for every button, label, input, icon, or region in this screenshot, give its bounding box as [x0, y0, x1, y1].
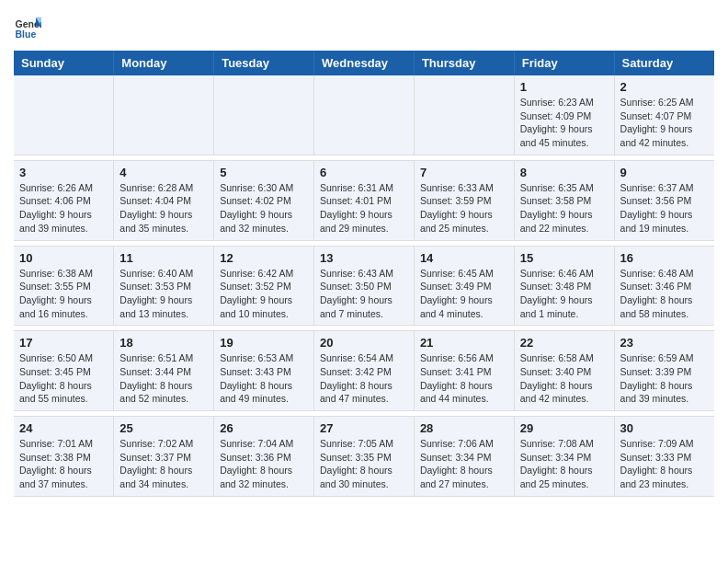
day-number: 15: [520, 251, 609, 265]
weekday-header-wednesday: Wednesday: [314, 51, 415, 75]
weekday-header-thursday: Thursday: [414, 51, 514, 75]
day-info: Sunrise: 6:30 AM Sunset: 4:02 PM Dayligh…: [220, 181, 308, 236]
weekday-header-friday: Friday: [514, 51, 614, 75]
day-number: 9: [620, 166, 709, 179]
day-info: Sunrise: 7:01 AM Sunset: 3:38 PM Dayligh…: [19, 437, 108, 491]
calendar-week-row: 17Sunrise: 6:50 AM Sunset: 3:45 PM Dayli…: [14, 331, 714, 411]
day-info: Sunrise: 6:46 AM Sunset: 3:48 PM Dayligh…: [520, 267, 609, 321]
day-number: 2: [620, 80, 709, 94]
day-info: Sunrise: 6:48 AM Sunset: 3:46 PM Dayligh…: [620, 267, 709, 321]
day-info: Sunrise: 7:05 AM Sunset: 3:35 PM Dayligh…: [320, 437, 408, 491]
calendar-table: SundayMondayTuesdayWednesdayThursdayFrid…: [14, 51, 714, 497]
day-number: 11: [119, 251, 208, 265]
calendar-cell: 13Sunrise: 6:43 AM Sunset: 3:50 PM Dayli…: [314, 246, 415, 326]
day-number: 25: [119, 421, 208, 435]
svg-text:Blue: Blue: [16, 29, 37, 40]
day-number: 27: [320, 421, 408, 435]
day-number: 12: [220, 251, 308, 265]
calendar-cell: [214, 75, 314, 155]
weekday-header-row: SundayMondayTuesdayWednesdayThursdayFrid…: [14, 51, 714, 75]
calendar-cell: 4Sunrise: 6:28 AM Sunset: 4:04 PM Daylig…: [114, 160, 214, 240]
day-number: 23: [620, 336, 709, 350]
calendar-cell: 30Sunrise: 7:09 AM Sunset: 3:33 PM Dayli…: [614, 417, 714, 497]
day-info: Sunrise: 6:23 AM Sunset: 4:09 PM Dayligh…: [520, 96, 609, 150]
calendar-cell: [414, 75, 514, 155]
day-info: Sunrise: 6:58 AM Sunset: 3:40 PM Dayligh…: [520, 351, 609, 406]
calendar-cell: 1Sunrise: 6:23 AM Sunset: 4:09 PM Daylig…: [514, 75, 614, 155]
calendar-cell: 28Sunrise: 7:06 AM Sunset: 3:34 PM Dayli…: [414, 417, 514, 497]
day-number: 22: [520, 336, 609, 350]
calendar-cell: 20Sunrise: 6:54 AM Sunset: 3:42 PM Dayli…: [314, 331, 415, 411]
calendar-cell: 24Sunrise: 7:01 AM Sunset: 3:38 PM Dayli…: [14, 417, 114, 497]
calendar-cell: 6Sunrise: 6:31 AM Sunset: 4:01 PM Daylig…: [314, 160, 415, 240]
calendar-cell: 14Sunrise: 6:45 AM Sunset: 3:49 PM Dayli…: [414, 246, 514, 326]
day-number: 4: [119, 166, 208, 179]
day-info: Sunrise: 6:33 AM Sunset: 3:59 PM Dayligh…: [420, 181, 508, 236]
day-number: 28: [420, 421, 508, 435]
day-info: Sunrise: 6:56 AM Sunset: 3:41 PM Dayligh…: [420, 351, 508, 406]
calendar-week-row: 1Sunrise: 6:23 AM Sunset: 4:09 PM Daylig…: [14, 75, 714, 155]
day-info: Sunrise: 6:42 AM Sunset: 3:52 PM Dayligh…: [220, 267, 308, 321]
calendar-week-row: 24Sunrise: 7:01 AM Sunset: 3:38 PM Dayli…: [14, 417, 714, 497]
day-info: Sunrise: 6:50 AM Sunset: 3:45 PM Dayligh…: [19, 351, 108, 406]
weekday-header-sunday: Sunday: [14, 51, 114, 75]
day-info: Sunrise: 7:02 AM Sunset: 3:37 PM Dayligh…: [119, 437, 208, 491]
calendar-cell: 29Sunrise: 7:08 AM Sunset: 3:34 PM Dayli…: [514, 417, 614, 497]
calendar-week-row: 3Sunrise: 6:26 AM Sunset: 4:06 PM Daylig…: [14, 160, 714, 240]
calendar-cell: 10Sunrise: 6:38 AM Sunset: 3:55 PM Dayli…: [14, 246, 114, 326]
day-number: 24: [19, 421, 108, 435]
calendar-cell: 15Sunrise: 6:46 AM Sunset: 3:48 PM Dayli…: [514, 246, 614, 326]
calendar-cell: 2Sunrise: 6:25 AM Sunset: 4:07 PM Daylig…: [614, 75, 714, 155]
calendar-cell: 21Sunrise: 6:56 AM Sunset: 3:41 PM Dayli…: [414, 331, 514, 411]
day-number: 6: [320, 166, 408, 179]
day-number: 13: [320, 251, 408, 265]
day-info: Sunrise: 7:04 AM Sunset: 3:36 PM Dayligh…: [220, 437, 308, 491]
calendar-week-row: 10Sunrise: 6:38 AM Sunset: 3:55 PM Dayli…: [14, 246, 714, 326]
day-info: Sunrise: 7:09 AM Sunset: 3:33 PM Dayligh…: [620, 437, 709, 491]
weekday-header-tuesday: Tuesday: [214, 51, 314, 75]
day-info: Sunrise: 6:38 AM Sunset: 3:55 PM Dayligh…: [19, 267, 108, 321]
logo-icon: General Blue: [14, 14, 41, 41]
day-info: Sunrise: 6:43 AM Sunset: 3:50 PM Dayligh…: [320, 267, 408, 321]
calendar-cell: 12Sunrise: 6:42 AM Sunset: 3:52 PM Dayli…: [214, 246, 314, 326]
day-info: Sunrise: 7:08 AM Sunset: 3:34 PM Dayligh…: [520, 437, 609, 491]
day-info: Sunrise: 7:06 AM Sunset: 3:34 PM Dayligh…: [420, 437, 508, 491]
calendar-cell: 9Sunrise: 6:37 AM Sunset: 3:56 PM Daylig…: [614, 160, 714, 240]
header: General Blue: [14, 9, 714, 41]
day-info: Sunrise: 6:25 AM Sunset: 4:07 PM Dayligh…: [620, 96, 709, 150]
day-number: 10: [19, 251, 108, 265]
calendar-cell: 18Sunrise: 6:51 AM Sunset: 3:44 PM Dayli…: [114, 331, 214, 411]
weekday-header-monday: Monday: [114, 51, 214, 75]
day-info: Sunrise: 6:37 AM Sunset: 3:56 PM Dayligh…: [620, 181, 709, 236]
page: General Blue SundayMondayTuesdayWednesda…: [0, 0, 728, 506]
day-number: 19: [220, 336, 308, 350]
day-number: 17: [19, 336, 108, 350]
calendar-cell: [314, 75, 415, 155]
calendar-cell: [114, 75, 214, 155]
calendar-cell: 26Sunrise: 7:04 AM Sunset: 3:36 PM Dayli…: [214, 417, 314, 497]
day-info: Sunrise: 6:45 AM Sunset: 3:49 PM Dayligh…: [420, 267, 508, 321]
day-number: 26: [220, 421, 308, 435]
day-info: Sunrise: 6:51 AM Sunset: 3:44 PM Dayligh…: [119, 351, 208, 406]
calendar-cell: 19Sunrise: 6:53 AM Sunset: 3:43 PM Dayli…: [214, 331, 314, 411]
day-number: 8: [520, 166, 609, 179]
day-number: 7: [420, 166, 508, 179]
day-info: Sunrise: 6:53 AM Sunset: 3:43 PM Dayligh…: [220, 351, 308, 406]
day-info: Sunrise: 6:28 AM Sunset: 4:04 PM Dayligh…: [119, 181, 208, 236]
calendar-cell: 5Sunrise: 6:30 AM Sunset: 4:02 PM Daylig…: [214, 160, 314, 240]
day-number: 3: [19, 166, 108, 179]
calendar-cell: 17Sunrise: 6:50 AM Sunset: 3:45 PM Dayli…: [14, 331, 114, 411]
calendar-cell: 27Sunrise: 7:05 AM Sunset: 3:35 PM Dayli…: [314, 417, 415, 497]
day-number: 20: [320, 336, 408, 350]
calendar-cell: 8Sunrise: 6:35 AM Sunset: 3:58 PM Daylig…: [514, 160, 614, 240]
day-number: 30: [620, 421, 709, 435]
day-number: 29: [520, 421, 609, 435]
calendar-cell: 3Sunrise: 6:26 AM Sunset: 4:06 PM Daylig…: [14, 160, 114, 240]
weekday-header-saturday: Saturday: [614, 51, 714, 75]
day-info: Sunrise: 6:40 AM Sunset: 3:53 PM Dayligh…: [119, 267, 208, 321]
calendar-cell: 22Sunrise: 6:58 AM Sunset: 3:40 PM Dayli…: [514, 331, 614, 411]
day-number: 14: [420, 251, 508, 265]
calendar-cell: 25Sunrise: 7:02 AM Sunset: 3:37 PM Dayli…: [114, 417, 214, 497]
day-number: 18: [119, 336, 208, 350]
calendar-cell: [14, 75, 114, 155]
